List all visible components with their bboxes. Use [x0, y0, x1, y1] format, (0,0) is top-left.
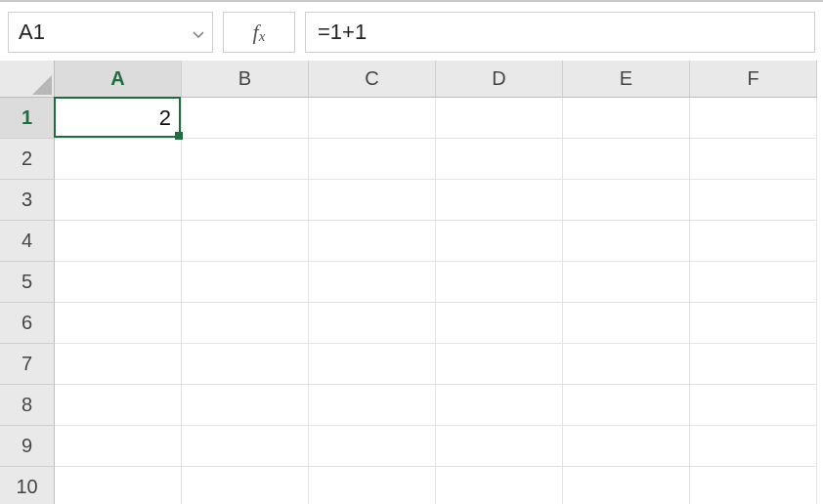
cell-C1[interactable] [309, 98, 436, 139]
cell-E3[interactable] [563, 180, 690, 221]
cell-D7[interactable] [436, 344, 563, 385]
formula-input[interactable]: =1+1 [305, 12, 815, 53]
cell-A2[interactable] [55, 139, 182, 180]
grid-row [55, 139, 817, 180]
formula-bar: A1 fx =1+1 [0, 0, 823, 61]
cell-A8[interactable] [55, 385, 182, 426]
cell-E9[interactable] [563, 426, 690, 467]
column-headers: ABCDEF [55, 61, 817, 98]
cell-B6[interactable] [182, 303, 309, 344]
cell-A3[interactable] [55, 180, 182, 221]
cell-A7[interactable] [55, 344, 182, 385]
cell-B5[interactable] [182, 262, 309, 303]
formula-text: =1+1 [318, 20, 367, 45]
cell-B2[interactable] [182, 139, 309, 180]
cell-E10[interactable] [563, 467, 690, 504]
cell-E4[interactable] [563, 221, 690, 262]
cell-C10[interactable] [309, 467, 436, 504]
row-header-8[interactable]: 8 [0, 385, 55, 426]
cell-F7[interactable] [690, 344, 817, 385]
cell-F8[interactable] [690, 385, 817, 426]
cell-D1[interactable] [436, 98, 563, 139]
cell-B8[interactable] [182, 385, 309, 426]
cell-E2[interactable] [563, 139, 690, 180]
fx-icon-x: x [259, 28, 266, 45]
grid-row [55, 221, 817, 262]
cell-B10[interactable] [182, 467, 309, 504]
column-header-B[interactable]: B [182, 61, 309, 98]
grid-row [55, 467, 817, 504]
cell-D9[interactable] [436, 426, 563, 467]
cell-F10[interactable] [690, 467, 817, 504]
row-header-1[interactable]: 1 [0, 98, 55, 139]
row-header-3[interactable]: 3 [0, 180, 55, 221]
cell-D3[interactable] [436, 180, 563, 221]
row-headers: 12345678910 [0, 98, 55, 504]
cell-E7[interactable] [563, 344, 690, 385]
row-header-10[interactable]: 10 [0, 467, 55, 504]
name-box-value: A1 [19, 20, 45, 45]
cell-F3[interactable] [690, 180, 817, 221]
row-header-5[interactable]: 5 [0, 262, 55, 303]
cell-B7[interactable] [182, 344, 309, 385]
cell-C7[interactable] [309, 344, 436, 385]
column-header-F[interactable]: F [690, 61, 817, 98]
cell-F6[interactable] [690, 303, 817, 344]
cell-D5[interactable] [436, 262, 563, 303]
grid-row [55, 262, 817, 303]
cell-B4[interactable] [182, 221, 309, 262]
cell-A1[interactable]: 2 [55, 98, 182, 139]
grid-row [55, 180, 817, 221]
cell-A9[interactable] [55, 426, 182, 467]
name-box[interactable]: A1 [8, 12, 213, 53]
grid-row [55, 426, 817, 467]
cell-B9[interactable] [182, 426, 309, 467]
cell-E6[interactable] [563, 303, 690, 344]
grid-row [55, 303, 817, 344]
row-header-9[interactable]: 9 [0, 426, 55, 467]
cell-D8[interactable] [436, 385, 563, 426]
cell-C9[interactable] [309, 426, 436, 467]
select-all-corner[interactable] [0, 61, 55, 98]
cell-C8[interactable] [309, 385, 436, 426]
cell-A4[interactable] [55, 221, 182, 262]
cell-E5[interactable] [563, 262, 690, 303]
column-header-C[interactable]: C [309, 61, 436, 98]
cell-C2[interactable] [309, 139, 436, 180]
cell-B1[interactable] [182, 98, 309, 139]
cell-F5[interactable] [690, 262, 817, 303]
cell-B3[interactable] [182, 180, 309, 221]
cell-A5[interactable] [55, 262, 182, 303]
cell-C3[interactable] [309, 180, 436, 221]
row-header-6[interactable]: 6 [0, 303, 55, 344]
grid-row [55, 385, 817, 426]
cell-D10[interactable] [436, 467, 563, 504]
row-header-2[interactable]: 2 [0, 139, 55, 180]
cell-A10[interactable] [55, 467, 182, 504]
cell-F1[interactable] [690, 98, 817, 139]
cell-E1[interactable] [563, 98, 690, 139]
cell-F4[interactable] [690, 221, 817, 262]
cell-D6[interactable] [436, 303, 563, 344]
grid-row [55, 344, 817, 385]
insert-function-button[interactable]: fx [223, 12, 295, 53]
cell-C6[interactable] [309, 303, 436, 344]
column-header-A[interactable]: A [55, 61, 182, 98]
row-header-7[interactable]: 7 [0, 344, 55, 385]
cell-C4[interactable] [309, 221, 436, 262]
column-header-E[interactable]: E [563, 61, 690, 98]
cell-F9[interactable] [690, 426, 817, 467]
cell-D4[interactable] [436, 221, 563, 262]
cell-A6[interactable] [55, 303, 182, 344]
cell-E8[interactable] [563, 385, 690, 426]
select-all-triangle-icon [32, 75, 52, 95]
row-header-4[interactable]: 4 [0, 221, 55, 262]
cells-area: 2 [55, 98, 817, 504]
column-header-D[interactable]: D [436, 61, 563, 98]
cell-F2[interactable] [690, 139, 817, 180]
chevron-down-icon[interactable] [193, 20, 204, 45]
grid-row: 2 [55, 98, 817, 139]
cell-C5[interactable] [309, 262, 436, 303]
cell-D2[interactable] [436, 139, 563, 180]
